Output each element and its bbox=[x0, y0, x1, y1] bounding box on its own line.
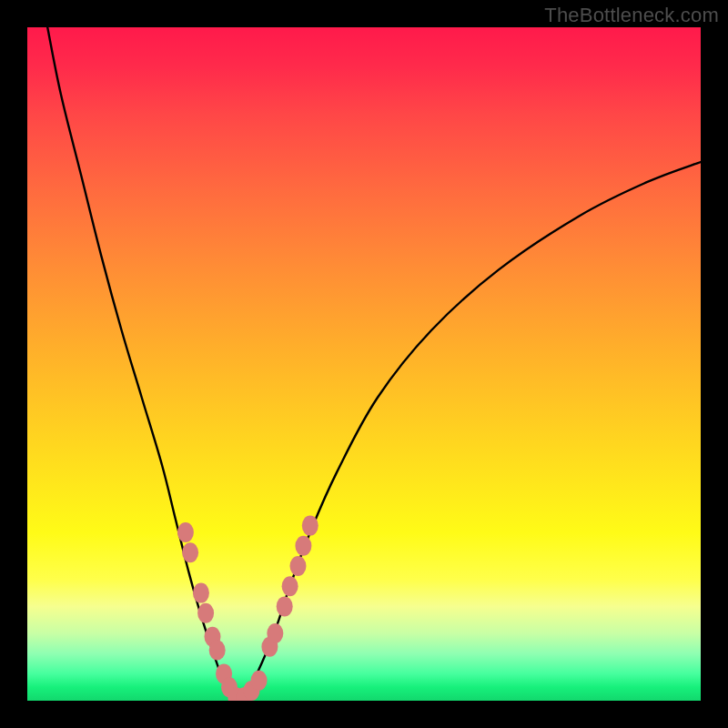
marker-dot bbox=[182, 542, 198, 562]
marker-dot bbox=[282, 576, 298, 596]
marker-dot bbox=[209, 641, 226, 661]
marker-dot bbox=[302, 516, 318, 536]
curve-left-branch bbox=[47, 27, 236, 701]
marker-dot bbox=[197, 603, 214, 623]
chart-svg bbox=[27, 27, 701, 701]
plot-area bbox=[27, 27, 701, 701]
marker-dot bbox=[295, 536, 311, 556]
marker-dot bbox=[277, 596, 293, 616]
marker-dot bbox=[177, 522, 194, 542]
marker-dot bbox=[251, 671, 268, 691]
marker-dot bbox=[193, 583, 209, 603]
marker-dot bbox=[267, 623, 283, 643]
watermark-text: TheBottleneck.com bbox=[544, 4, 719, 27]
curve-right-branch bbox=[236, 162, 701, 701]
outer-frame: TheBottleneck.com bbox=[0, 0, 728, 728]
marker-dot bbox=[289, 556, 306, 576]
